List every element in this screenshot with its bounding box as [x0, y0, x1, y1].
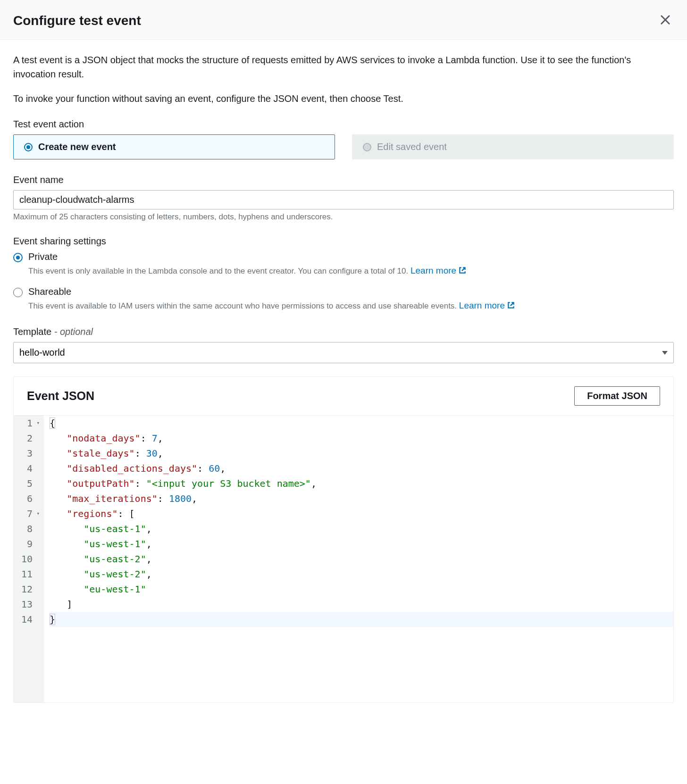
- template-select[interactable]: hello-world: [13, 342, 674, 363]
- line-number: 10: [18, 551, 39, 567]
- close-button[interactable]: [657, 11, 674, 30]
- editor-code[interactable]: { "nodata_days": 7, "stale_days": 30, "d…: [44, 416, 673, 702]
- create-new-event-label: Create new event: [38, 142, 116, 152]
- code-line[interactable]: }: [50, 612, 673, 627]
- edit-saved-event-label: Edit saved event: [377, 142, 447, 152]
- sharing-shareable-option[interactable]: Shareable: [13, 286, 674, 297]
- code-line[interactable]: "us-east-2",: [50, 551, 668, 567]
- intro-p1: A test event is a JSON object that mocks…: [13, 53, 674, 81]
- caret-down-icon: [662, 351, 668, 355]
- event-name-label: Event name: [13, 175, 674, 185]
- code-line[interactable]: "regions": [: [50, 506, 668, 521]
- code-line[interactable]: {: [50, 416, 668, 431]
- dialog-header: Configure test event: [0, 0, 687, 40]
- sharing-private-desc-text: This event is only available in the Lamb…: [28, 267, 411, 275]
- dialog-title: Configure test event: [13, 13, 141, 28]
- external-link-icon: [507, 300, 515, 314]
- event-name-field: Event name Maximum of 25 characters cons…: [13, 175, 674, 222]
- line-number: 6: [18, 491, 39, 506]
- code-line[interactable]: "disabled_actions_days": 60,: [50, 461, 668, 476]
- edit-saved-event-option: Edit saved event: [352, 134, 674, 159]
- line-number: 13: [18, 597, 39, 612]
- intro-text: A test event is a JSON object that mocks…: [13, 53, 674, 106]
- sharing-shareable-label: Shareable: [28, 286, 71, 297]
- template-select-value: hello-world: [19, 347, 65, 358]
- template-select-wrap: hello-world: [13, 342, 674, 363]
- sharing-label: Event sharing settings: [13, 236, 674, 247]
- line-number: 11: [18, 567, 39, 582]
- radio-dot-icon: [363, 143, 371, 151]
- close-icon: [659, 21, 672, 28]
- line-number: 1: [18, 416, 39, 431]
- learn-more-text: Learn more: [459, 300, 505, 310]
- code-line[interactable]: "nodata_days": 7,: [50, 431, 668, 446]
- event-json-panel: Event JSON Format JSON 12345678910111213…: [13, 376, 674, 703]
- code-line[interactable]: ]: [50, 597, 668, 612]
- radio-dot-icon: [24, 143, 33, 151]
- template-label-text: Template: [13, 326, 51, 337]
- line-number: 9: [18, 536, 39, 551]
- format-json-button[interactable]: Format JSON: [574, 386, 660, 406]
- line-number: 3: [18, 446, 39, 461]
- code-line[interactable]: "outputPath": "<input your S3 bucket nam…: [50, 476, 668, 491]
- sharing-private-learn-more-link[interactable]: Learn more: [411, 266, 467, 275]
- code-line[interactable]: "us-east-1",: [50, 521, 668, 536]
- code-line[interactable]: "stale_days": 30,: [50, 446, 668, 461]
- sharing-shareable-desc: This event is available to IAM users wit…: [28, 299, 674, 314]
- sharing-private-option[interactable]: Private: [13, 251, 674, 262]
- template-label: Template - optional: [13, 326, 674, 337]
- code-line[interactable]: "us-west-1",: [50, 536, 668, 551]
- learn-more-text: Learn more: [411, 266, 456, 275]
- test-event-action-label: Test event action: [13, 119, 674, 130]
- create-new-event-option[interactable]: Create new event: [13, 134, 335, 159]
- sharing-shareable-learn-more-link[interactable]: Learn more: [459, 300, 515, 310]
- json-editor[interactable]: 1234567891011121314 { "nodata_days": 7, …: [14, 415, 673, 702]
- line-number: 8: [18, 521, 39, 536]
- code-line[interactable]: "us-west-2",: [50, 567, 668, 582]
- sharing-private-radio[interactable]: [13, 253, 23, 262]
- template-optional-text: - optional: [51, 326, 93, 337]
- line-number: 2: [18, 431, 39, 446]
- external-link-icon: [458, 265, 467, 279]
- sharing-private-label: Private: [28, 251, 58, 262]
- line-number: 14: [18, 612, 39, 627]
- event-json-title: Event JSON: [27, 389, 94, 403]
- code-line[interactable]: "max_iterations": 1800,: [50, 491, 668, 506]
- line-number: 5: [18, 476, 39, 491]
- sharing-private-desc: This event is only available in the Lamb…: [28, 264, 674, 279]
- code-line[interactable]: "eu-west-1": [50, 582, 668, 597]
- line-number: 4: [18, 461, 39, 476]
- sharing-shareable-desc-text: This event is available to IAM users wit…: [28, 301, 459, 310]
- dialog-body: A test event is a JSON object that mocks…: [0, 40, 687, 703]
- test-event-action-group: Create new event Edit saved event: [13, 134, 674, 159]
- line-number: 12: [18, 582, 39, 597]
- event-json-header: Event JSON Format JSON: [14, 377, 673, 415]
- sharing-group: Private This event is only available in …: [13, 251, 674, 313]
- event-name-input[interactable]: [13, 190, 674, 209]
- line-number: 7: [18, 506, 39, 521]
- editor-gutter: 1234567891011121314: [14, 416, 44, 702]
- event-name-hint: Maximum of 25 characters consisting of l…: [13, 212, 674, 222]
- sharing-shareable-radio[interactable]: [13, 288, 23, 297]
- intro-p2: To invoke your function without saving a…: [13, 92, 674, 106]
